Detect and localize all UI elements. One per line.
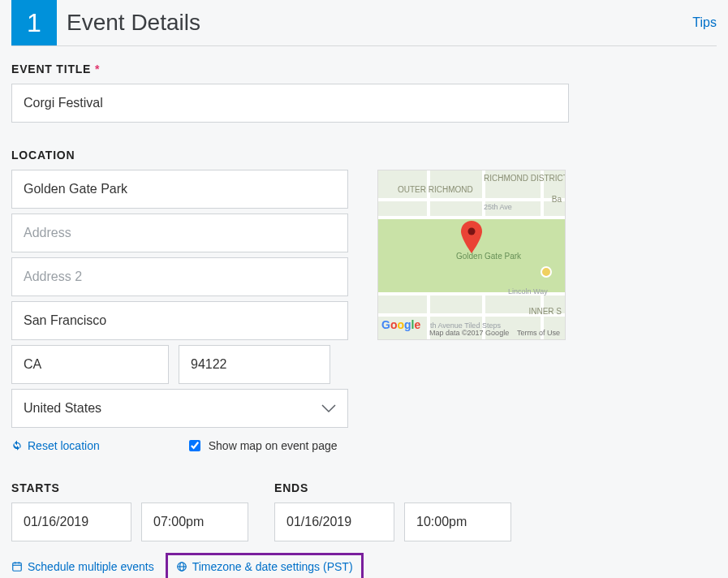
timezone-settings-label: Timezone & date settings (PST): [192, 560, 353, 573]
bottom-links-row: Schedule multiple events Timezone & date…: [11, 553, 717, 578]
show-map-checkbox[interactable]: [189, 440, 200, 451]
ends-column: ENDS: [274, 473, 511, 541]
map-label-25th: 25th Ave: [484, 203, 512, 211]
map-background: OUTER RICHMOND RICHMOND DISTRICT Ba 25th…: [378, 170, 565, 339]
datetime-row: STARTS ENDS: [11, 473, 717, 541]
venue-input[interactable]: [11, 170, 348, 209]
location-label: LOCATION: [11, 149, 717, 162]
map-label-inner-s: INNER S: [528, 307, 562, 316]
location-block: Reset location Show map on event page OU…: [11, 170, 717, 452]
map-credit-data: Map data ©2017 Google: [429, 329, 509, 337]
globe-icon: [176, 561, 187, 572]
location-fields-column: Reset location Show map on event page: [11, 170, 348, 452]
show-map-label: Show map on event page: [209, 439, 338, 452]
address2-input[interactable]: [11, 257, 348, 296]
schedule-multiple-label: Schedule multiple events: [28, 560, 154, 573]
starts-label: STARTS: [11, 481, 248, 494]
event-title-input[interactable]: [11, 84, 569, 123]
map-credit-terms[interactable]: Terms of Use: [517, 329, 560, 337]
starts-column: STARTS: [11, 473, 248, 541]
state-zip-row: [11, 345, 348, 384]
event-title-label: EVENT TITLE *: [11, 63, 717, 75]
refresh-icon: [11, 440, 23, 451]
svg-point-0: [468, 228, 476, 235]
end-date-input[interactable]: [274, 503, 394, 541]
state-input[interactable]: [11, 345, 169, 384]
city-input[interactable]: [11, 301, 348, 340]
schedule-multiple-link[interactable]: Schedule multiple events: [11, 560, 154, 573]
svg-rect-1: [13, 563, 22, 571]
address-input[interactable]: [11, 214, 348, 252]
zip-input[interactable]: [179, 345, 330, 384]
map-label-outer-richmond: OUTER RICHMOND: [398, 185, 473, 194]
map-poi-icon: [541, 266, 552, 278]
show-map-toggle[interactable]: Show map on event page: [189, 439, 338, 452]
event-title-label-text: EVENT TITLE: [11, 63, 91, 75]
required-asterisk: *: [95, 63, 100, 75]
location-footer: Reset location Show map on event page: [11, 439, 348, 452]
map-credit: Map data ©2017 Google Terms of Use: [429, 329, 560, 338]
map-label-ba: Ba: [552, 195, 562, 204]
section-header: 1 Event Details Tips: [11, 0, 717, 46]
map-label-lincoln: Lincoln Way: [508, 287, 548, 295]
country-select[interactable]: [11, 389, 348, 428]
reset-location-link[interactable]: Reset location: [11, 439, 100, 452]
tips-link[interactable]: Tips: [692, 15, 717, 30]
location-map[interactable]: OUTER RICHMOND RICHMOND DISTRICT Ba 25th…: [377, 170, 566, 340]
map-label-richmond-district: RICHMOND DISTRICT: [484, 174, 566, 183]
timezone-highlight-box: Timezone & date settings (PST): [166, 553, 364, 578]
start-date-input[interactable]: [11, 503, 131, 541]
timezone-settings-link[interactable]: Timezone & date settings (PST): [176, 560, 353, 573]
start-time-input[interactable]: [141, 503, 248, 541]
section-title: Event Details: [67, 10, 200, 36]
map-marker-icon: [461, 221, 482, 253]
calendar-icon: [11, 561, 23, 572]
reset-location-label: Reset location: [28, 439, 100, 452]
google-logo: Google: [381, 318, 420, 331]
country-select-wrap: [11, 389, 348, 428]
end-time-input[interactable]: [404, 503, 511, 541]
step-number-badge: 1: [11, 0, 57, 45]
ends-label: ENDS: [274, 481, 511, 494]
